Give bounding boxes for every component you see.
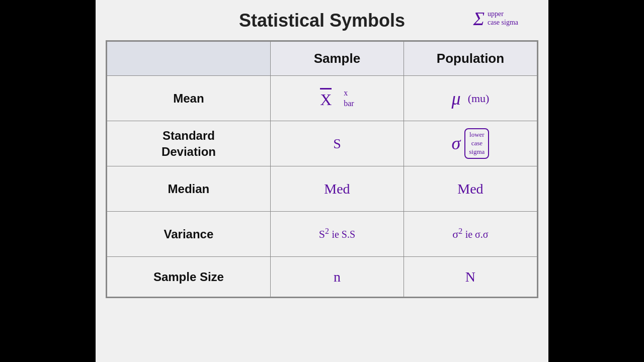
sample-size-population-symbol: N	[404, 264, 537, 290]
sigma-lower-symbol: σ	[452, 133, 461, 154]
sd-sample-symbol: S	[271, 131, 404, 157]
statistics-table-wrapper: Sample Population Mean X	[106, 40, 538, 298]
row-median: Median Med Med	[107, 166, 537, 212]
median-population-symbol: Med	[404, 176, 537, 202]
mu-label: (mu)	[468, 92, 490, 105]
sd-population-cell: σ lowercasesigma	[404, 128, 537, 159]
label-median: Median	[107, 177, 270, 201]
variance-sample-symbol: S2 ie S.S	[271, 222, 404, 246]
mean-sample-cell: X xbar	[271, 83, 404, 114]
xbar-symbol: X	[320, 88, 332, 109]
xbar-letter: X	[320, 90, 332, 109]
annotation-upper-case-sigma: upper case sigma	[488, 10, 518, 27]
mu-symbol: μ	[452, 88, 461, 109]
row-variance: Variance S2 ie S.S σ2 ie σ.σ	[107, 212, 537, 257]
label-standard-deviation: StandardDeviation	[107, 123, 270, 164]
row-mean: Mean X xbar μ	[107, 76, 537, 121]
header-population: Population	[404, 42, 537, 76]
sigma-upper-icon: Σ	[473, 9, 485, 28]
header-sample: Sample	[270, 42, 404, 76]
xbar-annotation: xbar	[344, 88, 354, 109]
page-title: Statistical Symbols	[239, 10, 405, 31]
table-header-row: Sample Population	[107, 42, 537, 76]
label-sample-size: Sample Size	[107, 265, 270, 289]
label-mean: Mean	[107, 86, 270, 111]
annotation-top: Σ upper case sigma	[473, 9, 518, 28]
sigma-lower-annotation: lowercasesigma	[464, 128, 489, 159]
header-empty	[107, 42, 271, 76]
variance-population-symbol: σ2 ie σ.σ	[404, 222, 537, 246]
sample-size-sample-symbol: n	[271, 264, 404, 290]
row-standard-deviation: StandardDeviation S σ lowercasesigma	[107, 121, 537, 166]
mean-population-cell: μ (mu)	[404, 88, 537, 109]
median-sample-symbol: Med	[271, 176, 404, 202]
label-variance: Variance	[107, 222, 270, 246]
main-content: Statistical Symbols Σ upper case sigma S…	[96, 0, 548, 362]
row-sample-size: Sample Size n N	[107, 257, 537, 297]
xbar-line	[320, 88, 332, 89]
statistics-table: Sample Population Mean X	[107, 41, 537, 297]
